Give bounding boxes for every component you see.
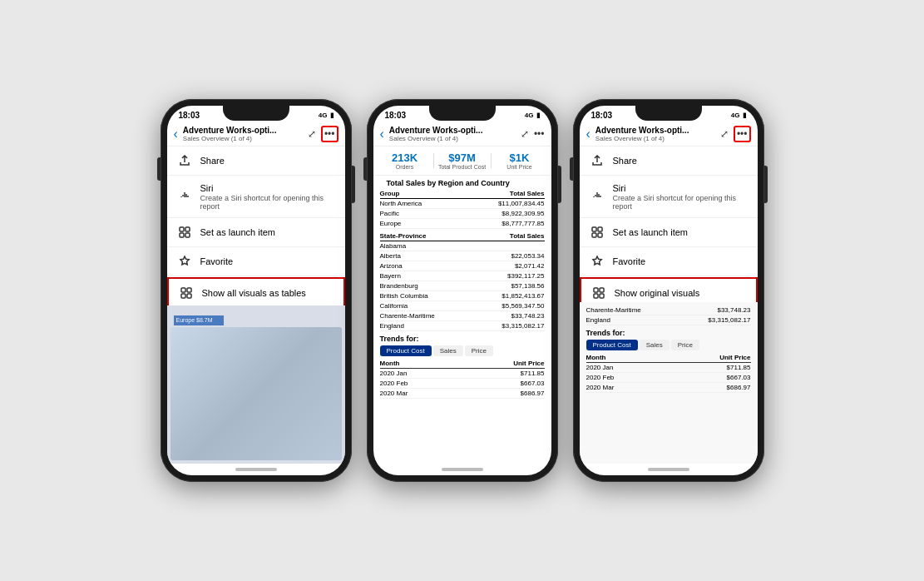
launch-label-right: Set as launch item (613, 226, 689, 238)
svg-rect-0 (180, 227, 184, 231)
col-month-header-middle: Month (380, 360, 462, 367)
trends-table-header-middle: Month Unit Price (380, 359, 545, 369)
trends-header-right: Month Unit Price (586, 353, 751, 363)
phone-right: 18:03 4G ▮ ‹ Adventure Works-opti... Sal… (573, 99, 764, 482)
svg-rect-4 (181, 288, 185, 292)
state-7-sales: $33,748.23 (476, 312, 545, 320)
table-icon-left (179, 286, 194, 300)
svg-rect-16 (600, 294, 604, 298)
back-button-left[interactable]: ‹ (172, 127, 180, 142)
time-right: 18:03 (591, 111, 613, 120)
trend-price-1-middle: $667.03 (462, 380, 545, 387)
menu-favorite-left[interactable]: Favorite (167, 247, 345, 276)
kpi-price-value: $1K (510, 151, 530, 164)
state-5-sales: $1,852,413.67 (476, 292, 545, 300)
menu-show-original-right[interactable]: Show original visuals (580, 277, 758, 301)
state-7-name: Charente-Maritime (380, 312, 477, 320)
trend-row-2-middle: 2020 Mar $686.97 (380, 389, 545, 399)
back-button-middle[interactable]: ‹ (378, 127, 386, 142)
star-icon-left (177, 254, 192, 269)
menu-siri-left[interactable]: Siri Create a Siri shortcut for opening … (167, 176, 345, 218)
kpi-div1 (433, 153, 434, 168)
trend-price-1-right: $667.03 (669, 374, 751, 381)
state-row-4: Brandenburg $57,138.56 (380, 281, 545, 291)
col-month-header-right: Month (586, 354, 669, 361)
show-original-label-right: Show original visuals (615, 287, 700, 299)
home-bar-left (235, 468, 277, 471)
battery-left: ▮ (330, 112, 334, 119)
kpi-price-label: Unit Price (506, 164, 531, 170)
col-sales-header: Total Sales (470, 190, 545, 197)
siri-label-right: Siri (613, 182, 748, 194)
region-0-sales: $11,007,834.45 (470, 200, 545, 207)
header-icons-middle: ⤢ ••• (521, 128, 545, 140)
region-1-name: Pacific (380, 210, 470, 217)
header-icons-left: ⤢ ••• (308, 126, 338, 142)
menu-launch-right[interactable]: Set as launch item (580, 218, 758, 247)
more-icon-middle[interactable]: ••• (534, 128, 545, 140)
siri-sublabel-right: Create a Siri shortcut for opening this … (613, 194, 748, 211)
state-row-0: Alabama (380, 241, 545, 251)
trend-tab-price-middle[interactable]: Price (465, 345, 493, 356)
header-title-right: Adventure Works-opti... Sales Overview (… (595, 126, 717, 142)
trend-tab-cost-middle[interactable]: Product Cost (380, 345, 432, 356)
notch-right (635, 106, 702, 121)
trend-tab-sales-middle[interactable]: Sales (433, 345, 463, 356)
kpi-orders: 213K Orders (380, 151, 430, 170)
state-4-sales: $57,138.56 (476, 282, 545, 290)
time-middle: 18:03 (385, 111, 407, 120)
map-bg-left (170, 327, 342, 461)
trend-tab-cost-right[interactable]: Product Cost (586, 340, 638, 350)
menu-share-right[interactable]: Share (580, 146, 758, 176)
share-icon-right (590, 153, 605, 168)
col-price-header-middle: Unit Price (462, 360, 545, 367)
state-6-sales: $5,569,347.50 (476, 302, 545, 310)
menu-favorite-right[interactable]: Favorite (580, 247, 758, 276)
trend-tab-sales-right[interactable]: Sales (640, 340, 670, 350)
trend-row-2-right: 2020 Mar $686.97 (586, 383, 751, 393)
trend-price-2-middle: $686.97 (462, 390, 545, 397)
region-2-sales: $8,777,777.85 (470, 220, 545, 227)
status-icons-right: 4G ▮ (731, 112, 746, 119)
expand-icon-left[interactable]: ⤢ (308, 128, 316, 140)
state-row-2: Arizona $2,071.42 (380, 261, 545, 271)
report-content-middle: 213K Orders $97M Total Product Cost $1K … (373, 146, 551, 464)
state-table-section: State-Province Total Sales Alabama Alber… (380, 231, 545, 331)
svg-rect-1 (185, 227, 190, 231)
region-row-2: Europe $8,777,777.85 (380, 219, 545, 229)
trend-tab-price-right[interactable]: Price (671, 340, 699, 350)
header-sub-left: Sales Overview (1 of 4) (183, 135, 304, 142)
home-bar-right (648, 468, 689, 471)
bg-row-0: Charente-Maritime $33,748.23 (586, 305, 751, 315)
menu-siri-right[interactable]: Siri Create a Siri shortcut for opening … (580, 176, 758, 218)
left-phone-wrapper: 18:03 4G ▮ ‹ Adventure Works-opti... Sal… (161, 99, 352, 482)
main-table-middle: Total Sales by Region and Country Group … (373, 176, 551, 331)
expand-icon-middle[interactable]: ⤢ (521, 128, 529, 140)
more-icon-right[interactable]: ••• (734, 126, 751, 142)
menu-show-tables-left[interactable]: Show all visuals as tables (167, 277, 345, 305)
signal-left: 4G (319, 112, 328, 119)
menu-launch-left[interactable]: Set as launch item (167, 218, 345, 247)
expand-icon-right[interactable]: ⤢ (720, 128, 729, 140)
state-3-name: Bayern (380, 272, 477, 280)
more-icon-left[interactable]: ••• (321, 126, 338, 142)
siri-text-left: Siri Create a Siri shortcut for opening … (200, 182, 335, 211)
svg-rect-5 (187, 288, 191, 292)
trend-month-1-middle: 2020 Feb (380, 380, 462, 387)
kpi-orders-value: 213K (392, 151, 418, 164)
show-tables-label-left: Show all visuals as tables (202, 287, 306, 299)
svg-rect-10 (598, 227, 602, 231)
state-row-6: California $5,569,347.50 (380, 301, 545, 311)
menu-share-left[interactable]: Share (167, 146, 345, 176)
header-title-left: Adventure Works-opti... Sales Overview (… (183, 126, 304, 142)
star-icon-right (590, 254, 605, 269)
kpi-cost: $97M Total Product Cost (437, 151, 487, 170)
state-6-name: California (380, 302, 477, 310)
trend-price-0-right: $711.85 (669, 364, 751, 371)
state-2-sales: $2,071.42 (476, 262, 545, 270)
state-row-7: Charente-Maritime $33,748.23 (380, 311, 545, 321)
state-row-5: British Columbia $1,852,413.67 (380, 291, 545, 301)
state-5-name: British Columbia (380, 292, 477, 300)
svg-rect-11 (592, 233, 596, 237)
back-button-right[interactable]: ‹ (585, 127, 592, 142)
